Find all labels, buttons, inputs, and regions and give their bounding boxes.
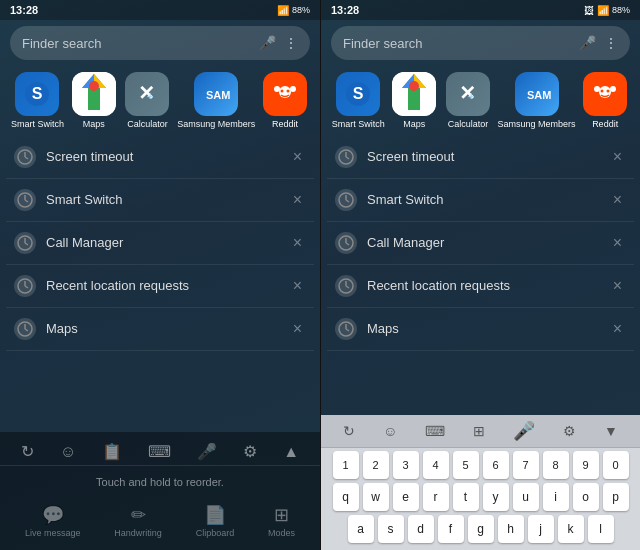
close-3-right[interactable]: × [609,232,626,254]
mic-icon-left[interactable]: 🎤 [259,35,276,51]
search-bar-left[interactable]: Finder search 🎤 ⋮ [10,26,310,60]
key-s[interactable]: s [378,515,404,543]
key-l[interactable]: l [588,515,614,543]
key-u[interactable]: u [513,483,539,511]
bottom-tool-handwriting-left[interactable]: ✏ Handwriting [114,504,162,538]
close-2-right[interactable]: × [609,189,626,211]
key-6[interactable]: 6 [483,451,509,479]
recent-item-3-left[interactable]: Call Manager × [6,222,314,265]
key-0[interactable]: 0 [603,451,629,479]
bottom-tool-clipboard-left[interactable]: 📄 Clipboard [196,504,235,538]
recent-item-2-right[interactable]: Smart Switch × [327,179,634,222]
key-a[interactable]: a [348,515,374,543]
tool-keyboard-type-right[interactable]: ⌨ [425,423,445,439]
tool-refresh-left[interactable]: ↻ [21,442,34,461]
app-icon-calculator-left: ✕+ [125,72,169,116]
recent-label-4-right: Recent location requests [367,278,599,293]
svg-line-27 [25,286,28,288]
tool-down-right[interactable]: ▼ [604,423,618,439]
key-w[interactable]: w [363,483,389,511]
search-bar-right[interactable]: Finder search 🎤 ⋮ [331,26,630,60]
app-smart-switch-left[interactable]: S Smart Switch [11,72,64,130]
tool-mic-right[interactable]: 🎤 [513,420,535,442]
status-bar-left: 13:28 📶 88% [0,0,320,20]
search-icons-right: 🎤 ⋮ [579,35,618,51]
app-label-reddit-right: Reddit [592,119,618,130]
tool-emoji-right[interactable]: ☺ [383,423,397,439]
app-maps-left[interactable]: Maps [70,72,118,130]
close-5-left[interactable]: × [289,318,306,340]
key-5[interactable]: 5 [453,451,479,479]
tool-special-right[interactable]: ⊞ [473,423,485,439]
tool-settings-left[interactable]: ⚙ [243,442,257,461]
app-maps-right[interactable]: Maps [390,72,438,130]
key-r[interactable]: r [423,483,449,511]
app-samsung-right[interactable]: SAMSUNG Samsung Members [498,72,576,130]
tool-refresh-right[interactable]: ↻ [343,423,355,439]
key-p[interactable]: p [603,483,629,511]
app-icon-smart-switch-right: S [336,72,380,116]
tool-mic-left[interactable]: 🎤 [197,442,217,461]
recent-item-4-left[interactable]: Recent location requests × [6,265,314,308]
close-5-right[interactable]: × [609,318,626,340]
bottom-tool-live-left[interactable]: 💬 Live message [25,504,81,538]
close-2-left[interactable]: × [289,189,306,211]
app-samsung-left[interactable]: SAMSUNG Samsung Members [177,72,255,130]
key-f[interactable]: f [438,515,464,543]
recent-item-1-left[interactable]: Screen timeout × [6,136,314,179]
app-calculator-right[interactable]: ✕+ Calculator [444,72,492,130]
tool-emoji-left[interactable]: ☺ [60,443,76,461]
tool-up-left[interactable]: ▲ [283,443,299,461]
key-9[interactable]: 9 [573,451,599,479]
recent-item-3-right[interactable]: Call Manager × [327,222,634,265]
app-smart-switch-right[interactable]: S Smart Switch [332,72,385,130]
app-label-reddit-left: Reddit [272,119,298,130]
more-icon-left[interactable]: ⋮ [284,35,298,51]
key-y[interactable]: y [483,483,509,511]
handwriting-icon-left: ✏ [131,504,146,526]
recent-item-1-right[interactable]: Screen timeout × [327,136,634,179]
recent-item-4-right[interactable]: Recent location requests × [327,265,634,308]
key-k[interactable]: k [558,515,584,543]
key-d[interactable]: d [408,515,434,543]
close-1-left[interactable]: × [289,146,306,168]
app-reddit-right[interactable]: Reddit [581,72,629,130]
mic-icon-right[interactable]: 🎤 [579,35,596,51]
key-4[interactable]: 4 [423,451,449,479]
close-3-left[interactable]: × [289,232,306,254]
key-3[interactable]: 3 [393,451,419,479]
key-q[interactable]: q [333,483,359,511]
key-i[interactable]: i [543,483,569,511]
key-h[interactable]: h [498,515,524,543]
svg-point-46 [610,86,616,92]
app-reddit-left[interactable]: Reddit [261,72,309,130]
key-e[interactable]: e [393,483,419,511]
key-g[interactable]: g [468,515,494,543]
app-label-maps-right: Maps [403,119,425,130]
bottom-tool-modes-left[interactable]: ⊞ Modes [268,504,295,538]
app-calculator-left[interactable]: ✕+ Calculator [123,72,171,130]
clock-icon-2-left [14,189,36,211]
close-4-left[interactable]: × [289,275,306,297]
tool-clipboard-left[interactable]: 📋 [102,442,122,461]
recent-item-2-left[interactable]: Smart Switch × [6,179,314,222]
key-8[interactable]: 8 [543,451,569,479]
recent-item-5-right[interactable]: Maps × [327,308,634,351]
close-4-right[interactable]: × [609,275,626,297]
recent-item-5-left[interactable]: Maps × [6,308,314,351]
clipboard-icon-left: 📄 [204,504,226,526]
app-label-calculator-left: Calculator [127,119,168,130]
key-7[interactable]: 7 [513,451,539,479]
key-j[interactable]: j [528,515,554,543]
key-o[interactable]: o [573,483,599,511]
key-t[interactable]: t [453,483,479,511]
tool-keyboard-left[interactable]: ⌨ [148,442,171,461]
recent-label-3-left: Call Manager [46,235,279,250]
more-icon-right[interactable]: ⋮ [604,35,618,51]
num-row: 1 2 3 4 5 6 7 8 9 0 [325,451,636,479]
close-1-right[interactable]: × [609,146,626,168]
key-2[interactable]: 2 [363,451,389,479]
svg-text:SAMSUNG: SAMSUNG [206,89,230,101]
key-1[interactable]: 1 [333,451,359,479]
tool-settings-right[interactable]: ⚙ [563,423,576,439]
